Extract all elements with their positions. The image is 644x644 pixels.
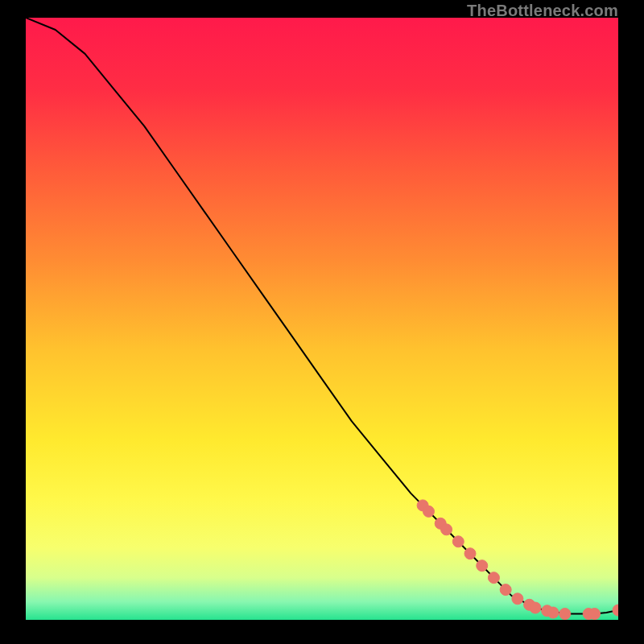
highlight-marker (530, 602, 541, 613)
highlight-marker (441, 524, 452, 535)
highlight-marker (589, 609, 601, 620)
highlight-marker (477, 560, 488, 572)
chart-plot-area (26, 18, 618, 620)
highlight-marker (423, 506, 434, 517)
chart-svg (26, 18, 618, 620)
highlight-marker (488, 572, 499, 584)
chart-stage: TheBottleneck.com (0, 0, 644, 644)
highlight-marker (547, 607, 559, 618)
highlight-marker (464, 548, 476, 559)
highlight-marker (512, 593, 523, 605)
highlight-marker (559, 609, 571, 620)
gradient-background (26, 18, 618, 620)
highlight-marker (500, 584, 511, 596)
highlight-marker (452, 536, 464, 547)
